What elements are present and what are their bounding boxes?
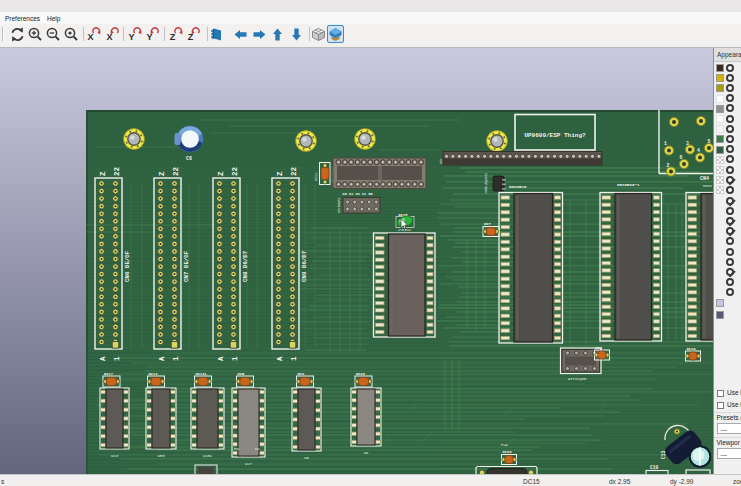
svg-text:X: X bbox=[87, 32, 93, 42]
svg-text:22: 22 bbox=[231, 166, 239, 176]
svg-text:Z: Z bbox=[99, 171, 107, 176]
svg-text:U8: U8 bbox=[364, 451, 369, 455]
svg-text:Z: Z bbox=[169, 32, 175, 42]
svg-text:A: A bbox=[217, 356, 225, 361]
svg-text:KEY: KEY bbox=[439, 158, 443, 164]
svg-text:5: 5 bbox=[708, 139, 711, 144]
svg-text:CN7 DE/OF: CN7 DE/OF bbox=[183, 250, 190, 282]
svg-text:CN8 D6/D7: CN8 D6/D7 bbox=[242, 250, 249, 282]
svg-text:ENA: ENA bbox=[234, 448, 239, 451]
svg-text:3: 3 bbox=[686, 141, 689, 146]
svg-text:DIS: DIS bbox=[255, 448, 260, 451]
svg-text:A: A bbox=[158, 356, 166, 361]
svg-text:CN4: CN4 bbox=[700, 176, 709, 182]
svg-text:1: 1 bbox=[231, 356, 239, 361]
svg-text:U13: U13 bbox=[111, 454, 119, 458]
svg-text:Y: Y bbox=[128, 32, 134, 42]
svg-text:Z: Z bbox=[276, 171, 284, 176]
svg-text:U6: U6 bbox=[304, 456, 309, 460]
svg-text:MOS8526~1: MOS8526~1 bbox=[617, 183, 640, 187]
svg-text:DC11: DC11 bbox=[314, 172, 318, 181]
svg-text:DC13: DC13 bbox=[149, 372, 159, 376]
svg-text:A: A bbox=[276, 356, 284, 361]
svg-text:1: 1 bbox=[664, 141, 667, 146]
svg-text:0C10: 0C10 bbox=[687, 347, 697, 351]
svg-text:A: A bbox=[99, 356, 107, 361]
svg-text:C13: C13 bbox=[661, 450, 666, 459]
svg-text:1: 1 bbox=[172, 356, 180, 361]
svg-text:MOS8510: MOS8510 bbox=[509, 185, 527, 189]
svg-text:CN9 D6/D7: CN9 D6/D7 bbox=[301, 250, 308, 282]
svg-text:1: 1 bbox=[113, 356, 121, 361]
svg-text:C6: C6 bbox=[186, 156, 192, 162]
svg-text:DC7: DC7 bbox=[484, 222, 492, 226]
svg-text:PLA: PLA bbox=[501, 443, 508, 447]
svg-text:DC13L: DC13L bbox=[196, 372, 208, 376]
svg-text:U55: U55 bbox=[158, 454, 166, 458]
svg-text:DC17: DC17 bbox=[104, 372, 114, 376]
svg-text:DC2: DC2 bbox=[596, 346, 604, 350]
svg-text:22: 22 bbox=[290, 166, 298, 176]
svg-text:Z: Z bbox=[158, 171, 166, 176]
svg-text:C10: C10 bbox=[650, 465, 659, 470]
svg-text:U151: U151 bbox=[203, 454, 213, 458]
svg-text:6: 6 bbox=[680, 155, 683, 160]
svg-text:DC5: DC5 bbox=[238, 372, 246, 376]
svg-text:2: 2 bbox=[667, 163, 670, 168]
svg-text:MOS8: MOS8 bbox=[703, 184, 712, 188]
svg-text:1: 1 bbox=[290, 356, 298, 361]
svg-text:DC20: DC20 bbox=[503, 450, 513, 454]
svg-text:4: 4 bbox=[697, 148, 700, 153]
svg-text:U27: U27 bbox=[245, 462, 252, 466]
svg-text:22: 22 bbox=[172, 166, 180, 176]
svg-text:22: 22 bbox=[113, 166, 121, 176]
svg-text:CN6 DE/OF: CN6 DE/OF bbox=[124, 250, 131, 282]
svg-text:UP9600/ESP Thing?: UP9600/ESP Thing? bbox=[524, 132, 586, 139]
svg-text:DC22: DC22 bbox=[356, 372, 366, 376]
svg-text:KEYBOARD: KEYBOARD bbox=[337, 198, 341, 213]
svg-text:7805_Bypass: 7805_Bypass bbox=[484, 173, 488, 194]
svg-text:Z: Z bbox=[217, 171, 225, 176]
svg-text:ATtiny85: ATtiny85 bbox=[568, 377, 587, 381]
svg-text:DC3: DC3 bbox=[298, 372, 306, 376]
svg-text:K0 K1 C0 C1 B0: K0 K1 C0 C1 B0 bbox=[343, 192, 373, 196]
